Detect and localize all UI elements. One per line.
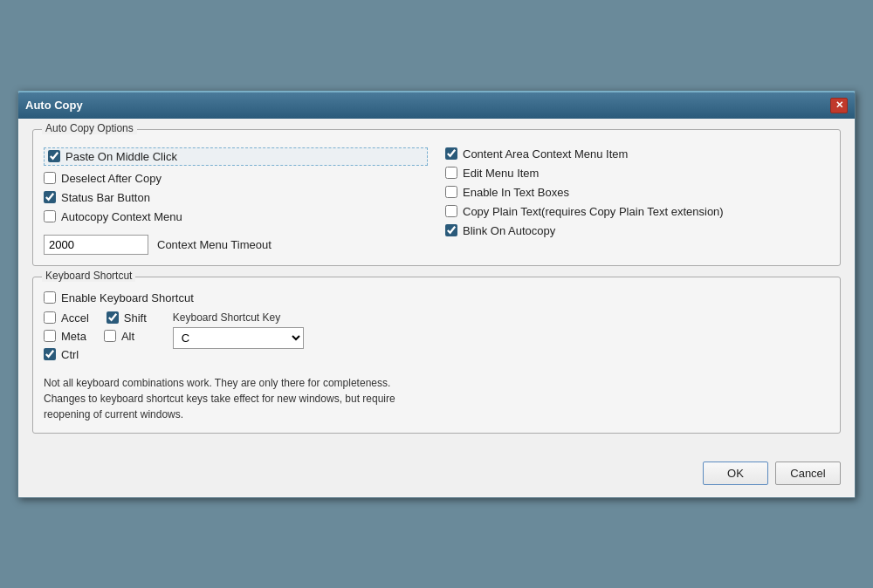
- left-options: Paste On Middle Click Deselect After Cop…: [44, 147, 428, 255]
- shift-row: Shift: [107, 311, 147, 325]
- enable-keyboard-shortcut-checkbox[interactable]: [44, 291, 56, 304]
- edit-menu-item-checkbox[interactable]: [445, 167, 457, 179]
- content-area-context-menu-checkbox[interactable]: [445, 147, 457, 160]
- ok-button[interactable]: OK: [703, 462, 768, 485]
- dialog-footer: OK Cancel: [18, 455, 855, 497]
- enable-in-text-boxes-checkbox[interactable]: [445, 186, 457, 198]
- paste-on-middle-click-label: Paste On Middle Click: [65, 150, 177, 163]
- dialog-window: Auto Copy ✕ Auto Copy Options Paste On M…: [17, 91, 856, 498]
- blink-on-autocopy-label: Blink On Autocopy: [463, 224, 555, 237]
- accel-label: Accel: [61, 311, 89, 325]
- deselect-after-copy-label: Deselect After Copy: [61, 172, 162, 185]
- copy-plain-text-checkbox[interactable]: [445, 205, 457, 217]
- enable-keyboard-shortcut-row: Enable Keyboard Shortcut: [44, 291, 829, 304]
- meta-alt-row: Meta Alt: [44, 330, 147, 343]
- keyboard-shortcut-info: Not all keyboard combinations work. They…: [44, 375, 829, 422]
- key-selector-section: Keyboard Shortcut Key C: [173, 311, 304, 349]
- status-bar-button-label: Status Bar Button: [61, 191, 150, 204]
- keyboard-shortcut-content: Enable Keyboard Shortcut Accel: [44, 291, 829, 422]
- blink-on-autocopy-checkbox[interactable]: [445, 224, 457, 236]
- content-area-context-menu-label: Content Area Context Menu Item: [463, 147, 628, 161]
- deselect-after-copy-checkbox[interactable]: [44, 172, 56, 184]
- content-area-context-menu-row: Content Area Context Menu Item: [445, 147, 829, 161]
- copy-plain-text-label: Copy Plain Text(requires Copy Plain Text…: [463, 205, 724, 218]
- modifiers-and-key: Accel Shift Meta: [44, 311, 829, 361]
- alt-checkbox[interactable]: [104, 330, 116, 342]
- accel-row: Accel: [44, 311, 89, 325]
- enable-keyboard-shortcut-label: Enable Keyboard Shortcut: [61, 291, 194, 304]
- accel-checkbox[interactable]: [44, 311, 56, 324]
- paste-on-middle-click-checkbox[interactable]: [48, 150, 60, 162]
- enable-in-text-boxes-label: Enable In Text Boxes: [463, 186, 569, 199]
- alt-row: Alt: [104, 330, 134, 343]
- copy-plain-text-row: Copy Plain Text(requires Copy Plain Text…: [445, 205, 829, 218]
- status-bar-button-row: Status Bar Button: [44, 191, 428, 204]
- blink-on-autocopy-row: Blink On Autocopy: [445, 224, 829, 237]
- title-bar: Auto Copy ✕: [18, 92, 855, 119]
- ctrl-checkbox[interactable]: [44, 348, 56, 360]
- keyboard-shortcut-group: Keyboard Shortcut Enable Keyboard Shortc…: [32, 277, 841, 434]
- keyboard-shortcut-legend: Keyboard Shortcut: [42, 270, 135, 282]
- key-select[interactable]: C: [173, 327, 304, 349]
- autocopy-context-menu-row: Autocopy Context Menu: [44, 210, 428, 223]
- timeout-row: Context Menu Timeout: [44, 235, 428, 255]
- options-grid: Paste On Middle Click Deselect After Cop…: [44, 144, 829, 255]
- close-button[interactable]: ✕: [830, 98, 848, 113]
- dialog-content: Auto Copy Options Paste On Middle Click …: [18, 119, 855, 455]
- modifiers-section: Accel Shift Meta: [44, 311, 147, 361]
- autocopy-context-menu-checkbox[interactable]: [44, 210, 56, 222]
- shift-label: Shift: [124, 311, 147, 325]
- timeout-label: Context Menu Timeout: [157, 238, 272, 251]
- keyboard-shortcut-key-label: Keyboard Shortcut Key: [173, 311, 304, 324]
- edit-menu-item-label: Edit Menu Item: [463, 167, 539, 180]
- alt-label: Alt: [121, 330, 134, 343]
- paste-on-middle-click-row: Paste On Middle Click: [44, 147, 428, 166]
- ctrl-row: Ctrl: [44, 348, 147, 361]
- window-title: Auto Copy: [25, 99, 83, 112]
- right-options: Content Area Context Menu Item Edit Menu…: [445, 147, 829, 255]
- shift-checkbox[interactable]: [107, 311, 119, 324]
- key-select-row: C: [173, 327, 304, 349]
- edit-menu-item-row: Edit Menu Item: [445, 167, 829, 180]
- accel-shift-row: Accel Shift: [44, 311, 147, 325]
- meta-label: Meta: [61, 330, 86, 343]
- meta-checkbox[interactable]: [44, 330, 56, 342]
- timeout-input[interactable]: [44, 235, 148, 255]
- meta-row: Meta: [44, 330, 86, 343]
- cancel-button[interactable]: Cancel: [775, 462, 841, 485]
- auto-copy-options-legend: Auto Copy Options: [42, 122, 137, 134]
- ctrl-label: Ctrl: [61, 348, 79, 361]
- auto-copy-options-group: Auto Copy Options Paste On Middle Click …: [32, 129, 841, 266]
- enable-in-text-boxes-row: Enable In Text Boxes: [445, 186, 829, 199]
- status-bar-button-checkbox[interactable]: [44, 191, 56, 203]
- autocopy-context-menu-label: Autocopy Context Menu: [61, 210, 182, 223]
- deselect-after-copy-row: Deselect After Copy: [44, 172, 428, 185]
